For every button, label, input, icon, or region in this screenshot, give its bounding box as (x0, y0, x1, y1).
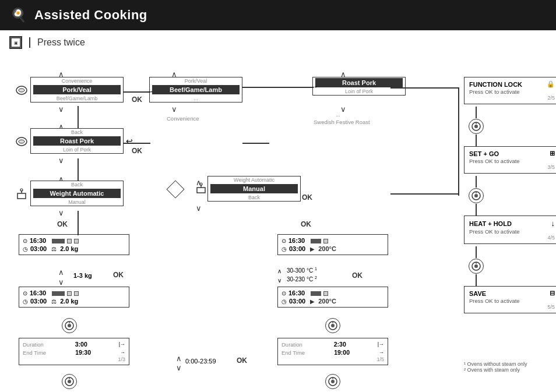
sidebar-knob-3[interactable] (469, 259, 484, 274)
display-time-2a: 16:30 (288, 237, 305, 244)
meat-icon-1 (15, 84, 28, 98)
heat-hold-label: HEAT + HOLD (469, 220, 512, 227)
duration-icon-2a: |→ (378, 341, 384, 347)
ok-label-2: OK (132, 147, 142, 155)
temp-range-1: 30-300 °C 1 (287, 267, 317, 274)
sidebar-knob-area-1 (464, 118, 556, 135)
weight-range-label: 1-3 kg (73, 272, 92, 279)
temp-arrow-4: ▶ (310, 298, 315, 305)
weight-icon-2: ⚖ (51, 246, 57, 252)
duration-val-1: 3:00 (75, 341, 87, 348)
sel-box-pork-veal[interactable]: Convenience Pork/Veal Beef/Game/Lamb (30, 77, 124, 103)
knob-icon-2[interactable] (62, 374, 77, 389)
sel-label-back-1: Back (31, 129, 123, 136)
display-row-2b: ◷ 03:00 ▶ 200°C (281, 245, 384, 252)
hline-sidebar (390, 193, 459, 195)
display-row-4a: ⊙ 16:30 (281, 289, 384, 296)
svg-point-5 (19, 140, 24, 143)
hline-back-2 (242, 143, 269, 144)
heat-hold-subtitle: Press OK to activate (469, 228, 555, 235)
sel-label-c2-1-bottom: ... (150, 95, 242, 102)
temp-range-2: 30-230 °C 2 (287, 276, 317, 282)
temp-icon-bar-2 (311, 238, 328, 244)
sel-box-col3[interactable]: Roast Pork Loin of Pork (312, 77, 406, 96)
sel-box-col2-1[interactable]: Pork/Veal Beef/Game/Lamb ... (149, 77, 242, 103)
display-row-3a: ⊙ 16:30 (23, 289, 125, 296)
footnote-2: ² Ovens with steam only (464, 367, 527, 373)
svg-rect-15 (197, 188, 205, 193)
sel-selected-pork-veal: Pork/Veal (33, 85, 121, 94)
clock-icon-3a: ⊙ (23, 290, 27, 296)
sidebar-title-heat-hold: HEAT + HOLD ↓ (469, 219, 555, 228)
sidebar-connector-2 (476, 176, 477, 188)
sel-label-beef: Beef/Game/Lamb (31, 95, 123, 102)
display-time-3a: 16:30 (30, 289, 46, 296)
hline-back-1 (124, 143, 150, 144)
display-temp-2: 200°C (318, 245, 336, 252)
sidebar-title-set-go: SET + GO ⊞ (469, 150, 555, 157)
sidebar-heat-hold[interactable]: HEAT + HOLD ↓ Press OK to activate 4/5 (464, 216, 556, 244)
duration-icon-2b: → (379, 349, 384, 355)
endtime-label-1: End Time (23, 349, 46, 356)
press-twice-icon: ▣ (9, 36, 22, 49)
display-temp-4: 200°C (318, 298, 336, 305)
save-label: SAVE (469, 290, 486, 297)
endtime-label-2: End Time (281, 349, 305, 356)
arrow-down-dur: ∨ (176, 363, 182, 372)
sidebar-set-go[interactable]: SET + GO ⊞ Press OK to activate 3/5 (464, 146, 556, 174)
svg-point-22 (331, 380, 335, 383)
sidebar-knob-2[interactable] (469, 188, 484, 203)
sidebar-title-function-lock: FUNCTION LOCK 🔒 (469, 80, 555, 88)
sidebar-save[interactable]: SAVE ⊟ Press OK to activate 5/5 (464, 286, 556, 313)
svg-point-31 (474, 264, 478, 268)
display-time-1b: 03:00 (30, 245, 47, 252)
time-range-label: 0:00-23:59 (185, 358, 216, 365)
display-box-4: ⊙ 16:30 ◷ 03:00 ▶ 200°C (277, 287, 388, 308)
clock-icon-4a: ⊙ (281, 290, 286, 296)
sidebar-knob-area-3 (464, 258, 556, 274)
sel-box-weight-auto[interactable]: Back Weight Automatic Manual (30, 181, 124, 206)
arrow-down-c2-1: ∨ (171, 105, 177, 114)
sidebar-function-lock[interactable]: FUNCTION LOCK 🔒 Press OK to activate 2/5 (464, 77, 556, 104)
sel-loin-c3: Loin of Pork (313, 88, 405, 95)
svg-text:▣: ▣ (14, 41, 18, 45)
arrow-up-dur: ∧ (176, 354, 182, 363)
sel-label-manual: Manual (31, 199, 123, 206)
vline-ok-3 (78, 211, 79, 235)
set-go-label: SET + GO (469, 150, 499, 157)
vline-sidebar-main (458, 87, 459, 196)
display-weight-1: 2.0 kg (60, 245, 78, 252)
endtime-val-2: 19:00 (334, 349, 350, 356)
duration-row-1b: End Time 19:30 → (23, 349, 125, 356)
ok-label-dur: OK (237, 356, 247, 365)
arrow-down-1: ∨ (58, 105, 64, 114)
arrow-down-d1: ∨ (58, 278, 64, 287)
arrow-right-1: → (147, 87, 154, 96)
arrow-down-c2-2: ∨ (196, 204, 202, 213)
duration-box-1: Duration 3:00 |→ End Time 19:30 → 1/3 (19, 338, 129, 365)
vline-ok-1 (78, 106, 79, 128)
divider (29, 37, 30, 48)
set-go-page: 3/5 (469, 164, 555, 170)
display-weight-3: 2.0 kg (60, 298, 78, 305)
knob-icon-3[interactable] (325, 318, 340, 333)
duration-icon-1a: |→ (119, 341, 125, 347)
knob-icon-1[interactable] (62, 318, 77, 333)
sidebar-connector-2b (476, 204, 477, 216)
sidebar-knob-1[interactable] (469, 119, 484, 134)
arrow-down-3: ∨ (58, 209, 64, 217)
svg-point-25 (474, 125, 478, 128)
svg-point-19 (331, 324, 335, 327)
sidebar: FUNCTION LOCK 🔒 Press OK to activate 2/5 (464, 77, 556, 316)
save-icon: ⊟ (550, 289, 555, 297)
knob-icon-4[interactable] (325, 374, 340, 389)
clock-icon-2a: ⊙ (281, 238, 286, 244)
cooking-icon: 🍳 (10, 8, 26, 23)
weight-icon-1 (15, 188, 28, 202)
save-page: 5/5 (469, 304, 555, 310)
sidebar-connector-3b (476, 274, 477, 286)
swedish-festive: Swedish Festive Roast (314, 119, 370, 125)
sel-box-roast-pork[interactable]: Back Roast Pork Loin of Pork (30, 128, 124, 154)
app-header: 🍳 Assisted Cooking (0, 0, 556, 30)
sel-box-manual[interactable]: Weight Automatic Manual Back (207, 176, 301, 202)
